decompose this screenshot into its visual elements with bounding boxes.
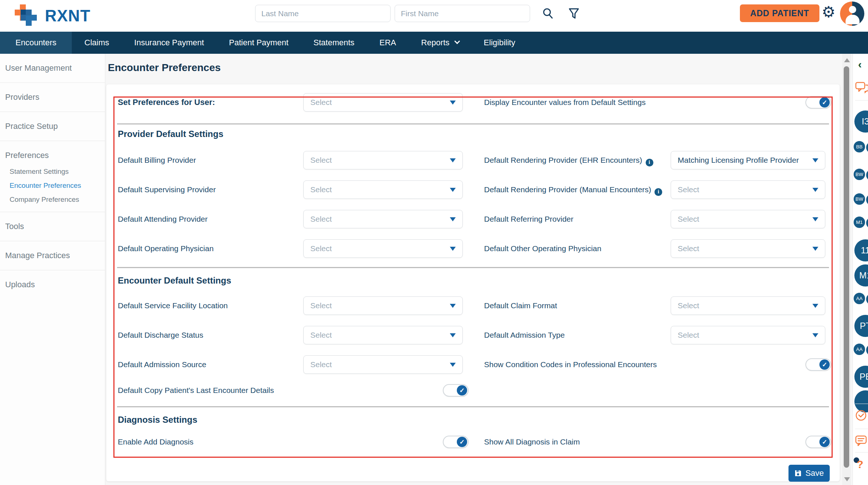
conversation-badge[interactable]: PT	[854, 315, 868, 337]
scroll-up-arrow[interactable]	[844, 58, 850, 62]
sidebar-item-providers[interactable]: Providers	[0, 88, 105, 106]
conversation-badge[interactable]: M1	[854, 217, 865, 228]
chat-lines-icon[interactable]	[854, 434, 868, 447]
sidebar-item-manage-practices[interactable]: Manage Practices	[0, 246, 105, 265]
default-rendering-ehr-select[interactable]: Matching Licensing Profile Provider	[671, 151, 825, 169]
default-admission-type-select[interactable]: Select	[671, 326, 825, 344]
tab-insurance-payment[interactable]: Insurance Payment	[122, 32, 217, 54]
conversation-badge[interactable]: BB	[854, 141, 865, 152]
default-service-facility-label: Default Service Facility Location	[118, 300, 228, 311]
first-name-input[interactable]	[395, 5, 530, 22]
panel-collapse-icon[interactable]: ‹	[858, 59, 862, 70]
chevron-down-icon	[812, 217, 818, 221]
info-icon[interactable]: i	[646, 159, 653, 166]
status-check-icon[interactable]	[854, 409, 868, 422]
copy-last-encounter-toggle[interactable]: ✓	[443, 384, 469, 397]
brand-name: RXNT	[45, 7, 91, 25]
default-discharge-status-label: Default Discharge Status	[118, 330, 203, 341]
default-rendering-ehr-label: Default Rendering Provider (EHR Encounte…	[484, 155, 668, 166]
show-all-diagnosis-toggle[interactable]: ✓	[805, 436, 831, 448]
rxnt-app: RXNT ADD PATIENT ⚙ Encounters Claims Ins…	[0, 0, 868, 485]
default-billing-provider-select[interactable]: Select	[303, 151, 463, 169]
conversation-badge[interactable]: AA	[854, 344, 865, 355]
last-name-input[interactable]	[255, 5, 391, 22]
tab-era[interactable]: ERA	[367, 32, 409, 54]
save-button-label: Save	[805, 468, 824, 478]
sidebar-item-uploads[interactable]: Uploads	[0, 275, 105, 294]
tab-reports[interactable]: Reports	[409, 32, 471, 54]
default-attending-provider-label: Default Attending Provider	[118, 214, 208, 225]
conversation-badge[interactable]: BW	[854, 169, 865, 180]
conversation-badge[interactable]: AA	[854, 293, 865, 304]
vertical-scrollbar[interactable]	[842, 54, 851, 485]
default-referring-provider-select[interactable]: Select	[671, 210, 825, 228]
default-service-facility-select[interactable]: Select	[303, 296, 463, 315]
gear-icon[interactable]: ⚙	[822, 3, 836, 21]
display-encounter-values-toggle[interactable]: ✓	[805, 96, 831, 109]
conversation-badge[interactable]: 11	[854, 239, 868, 261]
diagnosis-section-title: Diagnosis Settings	[118, 415, 197, 425]
sidebar-item-statement-settings[interactable]: Statement Settings	[0, 165, 105, 179]
default-other-operating-physician-select[interactable]: Select	[671, 239, 825, 258]
help-icon[interactable]: ?	[857, 458, 863, 471]
rxnt-logo[interactable]: RXNT	[15, 4, 91, 28]
conversation-badge[interactable]: PE	[854, 366, 868, 388]
chevron-down-icon	[450, 101, 456, 105]
show-all-diagnosis-label: Show All Diagnosis in Claim	[484, 436, 580, 447]
chevron-down-icon	[454, 38, 460, 44]
toggle-check-icon: ✓	[819, 437, 830, 447]
sidebar-item-encounter-preferences[interactable]: Encounter Preferences	[0, 179, 105, 193]
show-condition-codes-toggle[interactable]: ✓	[805, 358, 831, 371]
tab-encounters[interactable]: Encounters	[0, 32, 72, 54]
sidebar-item-preferences[interactable]: Preferences	[0, 146, 105, 165]
default-supervising-provider-select[interactable]: Select	[303, 180, 463, 199]
app-header: RXNT ADD PATIENT ⚙	[0, 0, 868, 32]
enable-add-diagnosis-toggle[interactable]: ✓	[443, 436, 469, 448]
filter-icon[interactable]	[568, 7, 580, 20]
tab-eligibility[interactable]: Eligibility	[471, 32, 528, 54]
default-operating-physician-select[interactable]: Select	[303, 239, 463, 258]
scroll-down-arrow[interactable]	[844, 477, 850, 481]
show-condition-codes-label: Show Condition Codes in Professional Enc…	[484, 359, 690, 370]
user-avatar[interactable]	[840, 1, 864, 26]
default-admission-source-label: Default Admission Source	[118, 359, 206, 370]
encounter-section-title: Encounter Default Settings	[118, 275, 231, 286]
conversation-badge[interactable]: BW	[854, 193, 865, 205]
scrollbar-thumb[interactable]	[844, 66, 849, 468]
add-patient-button[interactable]: ADD PATIENT	[740, 4, 819, 22]
tab-patient-payment[interactable]: Patient Payment	[216, 32, 301, 54]
default-operating-physician-label: Default Operating Physician	[118, 243, 214, 254]
default-supervising-provider-label: Default Supervising Provider	[118, 184, 216, 195]
chevron-down-icon	[450, 304, 456, 308]
preferences-user-select[interactable]: Select	[303, 93, 463, 112]
sidebar-item-company-preferences[interactable]: Company Preferences	[0, 193, 105, 207]
chevron-down-icon	[450, 158, 456, 162]
default-discharge-status-select[interactable]: Select	[303, 326, 463, 344]
copy-last-encounter-label: Default Copy Patient's Last Encounter De…	[118, 385, 324, 396]
chevron-down-icon	[450, 363, 456, 367]
toggle-check-icon: ✓	[819, 359, 830, 370]
info-icon[interactable]: i	[654, 188, 662, 196]
sidebar-item-practice-setup[interactable]: Practice Setup	[0, 117, 105, 136]
section-divider	[117, 406, 829, 407]
enable-add-diagnosis-label: Enable Add Diagnosis	[118, 436, 193, 447]
default-attending-provider-select[interactable]: Select	[303, 210, 463, 228]
section-divider	[117, 123, 829, 124]
chevron-down-icon	[450, 333, 456, 337]
sidebar-item-user-management[interactable]: User Management	[0, 59, 105, 77]
default-claim-format-select[interactable]: Select	[671, 296, 825, 315]
tab-claims[interactable]: Claims	[72, 32, 121, 54]
chevron-down-icon	[450, 217, 456, 221]
conversation-badge[interactable]: I3	[854, 110, 868, 133]
conversation-badge[interactable]: M1	[854, 264, 868, 287]
rxnt-logo-icon	[15, 4, 43, 28]
default-rendering-manual-select[interactable]: Select	[671, 180, 825, 199]
search-icon[interactable]	[542, 7, 554, 20]
chat-bubbles-icon[interactable]	[854, 80, 868, 95]
default-admission-source-select[interactable]: Select	[303, 355, 463, 374]
page-title: Encounter Preferences	[108, 62, 221, 74]
save-button[interactable]: Save	[788, 465, 830, 482]
toggle-check-icon: ✓	[819, 97, 830, 108]
tab-statements[interactable]: Statements	[301, 32, 367, 54]
sidebar-item-tools[interactable]: Tools	[0, 217, 105, 236]
